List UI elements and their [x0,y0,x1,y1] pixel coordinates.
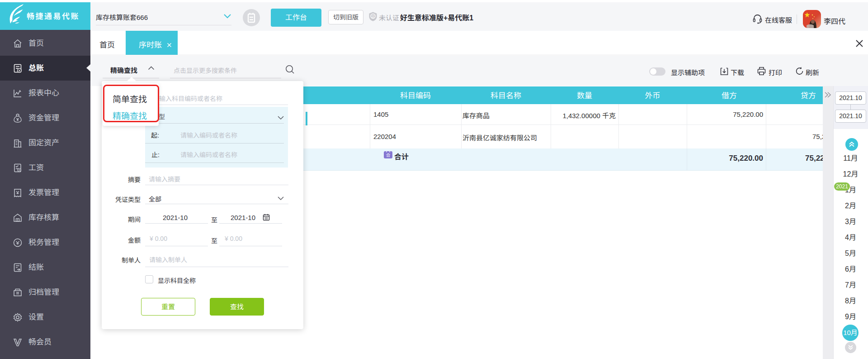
svg-text:企: 企 [371,13,375,19]
svg-text:合: 合 [386,152,391,158]
